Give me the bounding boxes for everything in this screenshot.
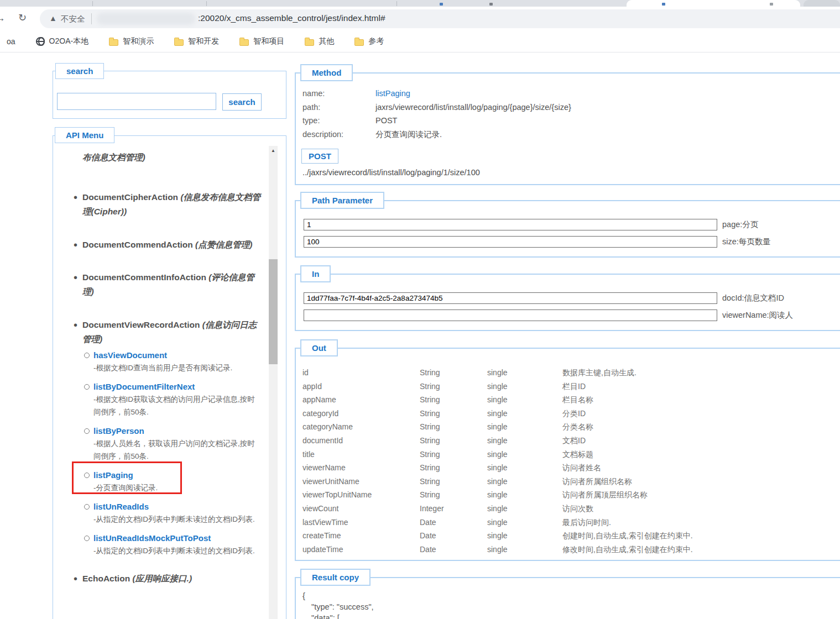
folder-icon: [239, 39, 249, 46]
method-path-value: jaxrs/viewrecord/list/install/log/paging…: [375, 101, 571, 114]
api-method-link[interactable]: hasViewDocument: [93, 349, 262, 361]
api-action-name: DocumentCommendAction: [82, 240, 193, 249]
out-field-type: Date: [420, 543, 487, 557]
parameter-input[interactable]: [304, 219, 717, 230]
api-action-name: EchoAction: [82, 574, 130, 583]
api-menu-list: DocumentCipherAction (信息发布信息文档管理(Cipher)…: [60, 190, 262, 586]
method-panel: Method name: listPaging path: jaxrs/view…: [295, 72, 840, 185]
bookmark-label: O2OA-本地: [49, 36, 89, 46]
out-field-cardinality: single: [487, 448, 562, 461]
out-field-type: String: [420, 393, 487, 407]
api-method-link[interactable]: listUnReadIdsMockPutToPost: [93, 532, 262, 544]
inactive-tab[interactable]: [804, 0, 840, 7]
security-label: 不安全: [61, 14, 85, 24]
warning-triangle-icon[interactable]: ▲︎: [49, 14, 57, 23]
out-table-row: categoryId String single 分类ID: [302, 407, 840, 421]
tab-divider: [206, 1, 207, 6]
out-field-name: viewCount: [302, 502, 420, 516]
out-field-description: 创建时间,自动生成,索引创建在约束中.: [562, 529, 840, 543]
out-field-description: 文档ID: [562, 434, 840, 448]
api-menu-panel: API Menu 布信息文档管理) DocumentCipherAction (…: [53, 135, 286, 619]
tab-favicon-fragment: [440, 3, 443, 6]
url-text[interactable]: :20020/x_cms_assemble_control/jest/index…: [198, 13, 385, 23]
api-method-item[interactable]: listUnReadIds -从指定的文档ID列表中判断未读过的文档ID列表.: [84, 500, 262, 526]
out-field-description: 访问者所属顶层组织名称: [562, 488, 840, 502]
bookmark-item[interactable]: O2OA-本地: [36, 36, 89, 46]
method-name-link[interactable]: listPaging: [375, 87, 571, 101]
out-field-type: String: [420, 488, 487, 502]
out-panel-legend: Out: [300, 339, 338, 356]
api-method-item[interactable]: listByDocumentFilterNext -根据文档ID获取该文档的访问…: [84, 380, 262, 418]
parameter-input[interactable]: [304, 310, 717, 321]
out-field-cardinality: single: [487, 502, 562, 516]
bookmark-item[interactable]: 参考: [354, 36, 384, 46]
forward-arrow-icon[interactable]: →: [0, 13, 6, 23]
parameter-field-row: docId:信息文档ID: [304, 292, 793, 304]
api-method-link[interactable]: listByPerson: [93, 424, 262, 437]
out-field-cardinality: single: [487, 420, 562, 434]
tab-divider: [92, 1, 93, 6]
bookmark-item[interactable]: 智和开发: [174, 36, 219, 46]
reload-icon[interactable]: ↻: [18, 13, 27, 23]
tab-favicon-fragment: [662, 3, 665, 6]
method-row-label: description:: [302, 128, 375, 141]
out-field-description: 数据库主键,自动生成.: [562, 366, 840, 380]
in-panel-legend: In: [300, 265, 331, 282]
parameter-label: page:分页: [722, 219, 758, 230]
out-field-type: String: [420, 448, 487, 461]
bookmark-item[interactable]: 其他: [305, 36, 334, 46]
out-table-row: categoryName String single 分类名称: [302, 420, 840, 434]
tab-strip: [0, 0, 840, 7]
bookmark-label: 其他: [319, 36, 334, 46]
api-method-link[interactable]: listUnReadIds: [93, 500, 262, 513]
api-method-item[interactable]: listPaging -分页查询阅读记录.: [84, 469, 262, 494]
out-field-name: categoryId: [302, 407, 420, 421]
api-method-link[interactable]: listByDocumentFilterNext: [93, 380, 262, 393]
tab-favicon-fragment: [489, 3, 493, 6]
api-method-item[interactable]: listUnReadIdsMockPutToPost -从指定的文档ID列表中判…: [84, 532, 262, 557]
api-action-item: DocumentCommentInfoAction (评论信息管理): [60, 270, 262, 299]
active-tab[interactable]: [627, 0, 800, 7]
folder-icon: [305, 39, 314, 46]
out-field-type: Date: [420, 516, 487, 529]
parameter-input[interactable]: [304, 236, 717, 248]
api-method-desc: -根据人员姓名，获取该用户访问的文档记录,按时间倒序，前50条.: [93, 437, 262, 463]
out-table-row: appName String single 栏目名称: [302, 393, 840, 407]
folder-icon: [354, 39, 364, 46]
method-row-label: path:: [302, 101, 375, 114]
bookmark-item[interactable]: oa: [2, 37, 15, 46]
parameter-field-row: page:分页: [304, 219, 771, 230]
out-field-description: 栏目ID: [562, 380, 840, 394]
path-parameter-legend: Path Parameter: [300, 192, 384, 209]
api-action-item: DocumentViewRecordAction (信息访问日志管理) hasV…: [60, 318, 262, 557]
out-field-cardinality: single: [487, 366, 562, 380]
result-panel-legend: Result copy: [300, 569, 371, 586]
api-method-item[interactable]: hasViewDocument -根据文档ID查询当前用户是否有阅读记录.: [84, 349, 262, 374]
out-field-description: 访问者姓名: [562, 461, 840, 475]
search-button[interactable]: search: [222, 93, 262, 111]
bookmarks-bar: oa O2OA-本地 智和演示 智和开发 智和项目 其他 参考: [0, 31, 840, 53]
out-field-name: id: [302, 366, 420, 380]
parameter-label: viewerName:阅读人: [722, 310, 793, 321]
bookmark-item[interactable]: 智和演示: [109, 36, 154, 46]
out-field-description: 最后访问时间.: [562, 516, 840, 529]
api-method-link[interactable]: listPaging: [93, 469, 262, 481]
scrollbar-up-arrow-icon[interactable]: ▲: [269, 146, 278, 156]
out-field-name: updateTime: [302, 543, 420, 557]
api-method-desc: -根据文档ID获取该文档的访问用户记录信息,按时间倒序，前50条.: [93, 393, 262, 418]
post-button[interactable]: POST: [301, 149, 338, 164]
search-input[interactable]: [57, 93, 216, 110]
menu-scrollbar-track[interactable]: ▲: [269, 146, 278, 619]
parameter-input[interactable]: [304, 292, 717, 304]
address-bar[interactable]: ▲︎ 不安全 :20020/x_cms_assemble_control/jes…: [40, 9, 840, 28]
bookmark-item[interactable]: 智和项目: [239, 36, 284, 46]
out-table-row: viewerTopUnitName String single 访问者所属顶层组…: [302, 488, 840, 502]
folder-icon: [174, 39, 184, 46]
out-field-name: appName: [302, 393, 420, 407]
out-table-row: createTime Date single 创建时间,自动生成,索引创建在约束…: [302, 529, 840, 543]
path-parameter-panel: Path Parameter page:分页 size:每页数量: [295, 200, 840, 258]
out-table-row: viewerUnitName String single 访问者所属组织名称: [302, 475, 840, 489]
out-field-cardinality: single: [487, 488, 562, 502]
api-method-item[interactable]: listByPerson -根据人员姓名，获取该用户访问的文档记录,按时间倒序，…: [84, 424, 262, 463]
menu-scrollbar-thumb[interactable]: [269, 259, 278, 364]
